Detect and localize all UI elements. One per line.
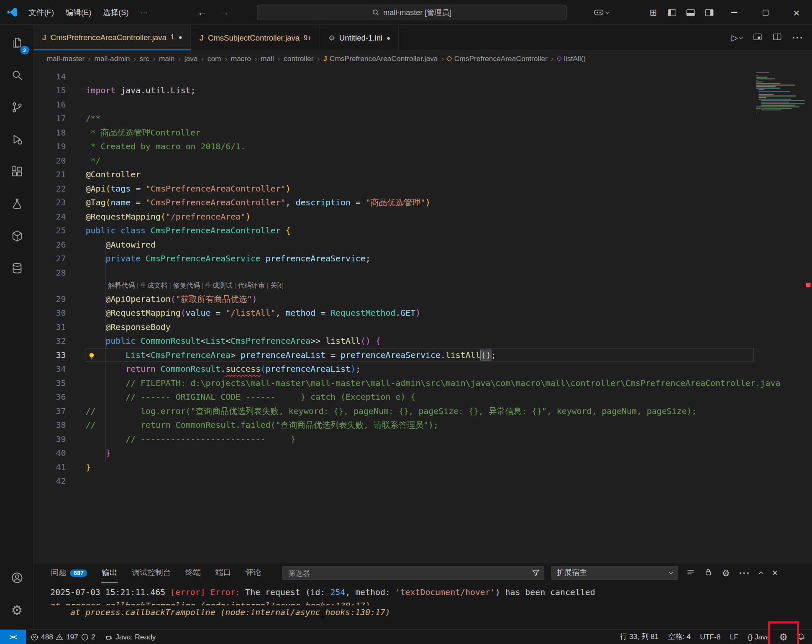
notifications-bell[interactable] xyxy=(792,630,812,644)
tab-ports[interactable]: 端口 xyxy=(215,564,232,582)
code-line[interactable]: 39 // ------------------------- } xyxy=(34,432,812,446)
menu-selection[interactable]: 选择(S) xyxy=(97,0,134,25)
codelens-link[interactable]: 生成文档 xyxy=(141,281,167,289)
code-line[interactable]: 16 xyxy=(34,97,812,111)
customize-layout-icon[interactable]: ⊞ xyxy=(644,0,663,25)
code-line[interactable]: 22@Api(tags = "CmsPrefrenceAreaControlle… xyxy=(34,181,812,195)
code-line[interactable]: 38// return CommonResult.failed("查询商品优选列… xyxy=(34,418,812,432)
account-icon[interactable] xyxy=(0,562,34,594)
dirty-indicator[interactable]: ● xyxy=(387,34,390,41)
code-line[interactable]: 23@Tag(name = "CmsPrefrenceAreaControlle… xyxy=(34,196,812,210)
run-button[interactable]: ▷ xyxy=(731,33,742,43)
java-projects-icon[interactable] xyxy=(0,220,34,252)
java-status[interactable]: Java: Ready xyxy=(100,630,161,644)
tab-output[interactable]: 输出 xyxy=(101,564,118,583)
menu-file[interactable]: 文件(F) xyxy=(23,0,60,25)
code-line[interactable]: 26 @Autowired xyxy=(34,238,812,251)
output-channel-dropdown[interactable]: 扩展宿主 xyxy=(551,566,678,580)
output-filter[interactable] xyxy=(282,566,544,580)
split-editor-icon[interactable] xyxy=(773,33,782,43)
toggle-sidebar-icon[interactable] xyxy=(663,0,681,25)
tab-comments[interactable]: 评论 xyxy=(245,564,262,582)
tab-problems[interactable]: 问题 687 xyxy=(50,564,88,582)
encoding[interactable]: UTF-8 xyxy=(695,630,725,644)
code-line[interactable]: 28 xyxy=(34,266,812,279)
code-line[interactable]: 21@Controller xyxy=(34,168,812,181)
code-line[interactable]: 36 // ------ ORIGINAL CODE ------ } catc… xyxy=(34,390,812,404)
toggle-secondary-sidebar-icon[interactable] xyxy=(700,0,719,25)
code-line[interactable]: 18 * 商品优选管理Controller xyxy=(34,125,812,139)
explorer-icon[interactable]: 2 xyxy=(0,27,34,59)
tab-untitled-ini[interactable]: ⚙ Untitled-1.ini ● xyxy=(320,25,399,51)
back-arrow-icon[interactable]: ← xyxy=(191,7,213,18)
codelens-link[interactable]: 生成测试 xyxy=(205,281,232,289)
toggle-panel-icon[interactable] xyxy=(681,0,700,25)
tab-terminal[interactable]: 终端 xyxy=(185,564,202,582)
container-icon[interactable] xyxy=(0,252,34,284)
code-line[interactable]: 27 private CmsPrefrenceAreaService prefr… xyxy=(34,252,812,266)
minimap[interactable] xyxy=(756,71,804,116)
code-line[interactable]: 31 @ResponseBody xyxy=(34,320,812,334)
problems-status[interactable]: 488 197 2 xyxy=(26,630,100,644)
codelens-link[interactable]: 修复代码 xyxy=(173,281,200,289)
code-line[interactable]: 17/** xyxy=(34,112,812,125)
breadcrumb-item[interactable]: mall-admin xyxy=(94,54,130,63)
search-sidebar-icon[interactable] xyxy=(0,59,34,91)
cursor-position[interactable]: 行 33, 列 81 xyxy=(615,630,663,644)
code-line[interactable]: 29 @ApiOperation("获取所有商品优选") xyxy=(34,292,812,306)
code-line[interactable]: 34 return CommonResult.success(prefrence… xyxy=(34,362,812,376)
breadcrumb-item[interactable]: listAll() xyxy=(557,54,586,63)
panel-more-actions-icon[interactable]: ··· xyxy=(739,568,751,578)
output-settings-gear-icon[interactable]: ⚙ xyxy=(722,568,730,578)
testing-icon[interactable] xyxy=(0,188,34,220)
close-panel-icon[interactable]: × xyxy=(772,567,778,578)
codelens-link[interactable]: 关闭 xyxy=(270,281,284,289)
clear-output-icon[interactable] xyxy=(686,568,695,578)
indentation[interactable]: 空格: 4 xyxy=(663,630,695,644)
codelens-link[interactable]: 解释代码 xyxy=(108,281,135,289)
code-line[interactable]: 42 xyxy=(34,474,812,488)
breadcrumb-item[interactable]: main xyxy=(159,54,175,63)
code-line[interactable]: 40 } xyxy=(34,446,812,460)
maximize-button[interactable] xyxy=(750,0,781,25)
source-control-icon[interactable] xyxy=(0,91,34,123)
code-editor[interactable]: 1415import java.util.List;1617/**18 * 商品… xyxy=(34,66,812,563)
menu-edit[interactable]: 编辑(E) xyxy=(60,0,97,25)
menu-overflow[interactable]: ··· xyxy=(134,0,154,25)
lock-icon[interactable] xyxy=(704,568,712,578)
breadcrumb-item[interactable]: src xyxy=(140,54,149,63)
code-line[interactable]: 37// log.error("查询商品优选列表失败, keyword: {},… xyxy=(34,404,812,418)
breadcrumb-item[interactable]: mall-master xyxy=(47,54,85,63)
breadcrumb-item[interactable]: java xyxy=(184,54,198,63)
code-line[interactable]: 14 xyxy=(34,69,812,83)
copilot-icon[interactable] xyxy=(592,0,611,25)
tab-cmsprefrenceareacontroller[interactable]: J CmsPrefrenceAreaController.java 1 ● xyxy=(34,25,191,51)
eol-sequence[interactable]: LF xyxy=(725,630,743,644)
code-line[interactable]: 25public class CmsPrefrenceAreaControlle… xyxy=(34,224,812,238)
codelens-link[interactable]: 代码评审 xyxy=(238,281,265,289)
breadcrumb-item[interactable]: mall xyxy=(261,54,274,63)
settings-gear-icon[interactable]: ⚙ xyxy=(0,594,34,626)
code-line[interactable]: 33 List<CmsPrefrenceArea> prefrenceAreaL… xyxy=(34,348,812,362)
language-mode[interactable]: {} Java xyxy=(743,630,774,644)
breadcrumb-item[interactable]: JCmsPrefrenceAreaController.java xyxy=(323,54,438,63)
breadcrumb-item[interactable]: CmsPrefrenceAreaController xyxy=(448,54,548,63)
minimize-button[interactable] xyxy=(719,0,750,25)
code-line[interactable]: 15import java.util.List; xyxy=(34,84,812,97)
code-line[interactable]: 32 public CommonResult<List<CmsPrefrence… xyxy=(34,334,812,348)
extensions-icon[interactable] xyxy=(0,156,34,188)
command-center-search[interactable]: mall-master [管理员] xyxy=(257,5,566,20)
open-preview-icon[interactable] xyxy=(753,33,762,43)
run-debug-icon[interactable] xyxy=(0,123,34,156)
dirty-indicator[interactable]: ● xyxy=(179,33,182,41)
breadcrumb-item[interactable]: com xyxy=(207,54,221,63)
breadcrumb-item[interactable]: macro xyxy=(231,54,251,63)
code-line[interactable]: 24@RequestMapping("/prefrenceArea") xyxy=(34,210,812,223)
more-actions-icon[interactable]: ··· xyxy=(792,33,804,42)
remote-indicator[interactable]: >< xyxy=(0,630,26,644)
code-line[interactable]: 35 // FILEPATH: d:\projects\mall-master\… xyxy=(34,376,812,390)
close-button[interactable]: × xyxy=(781,0,812,25)
tab-debug-console[interactable]: 调试控制台 xyxy=(131,564,172,582)
tab-cmssubjectcontroller[interactable]: J CmsSubjectController.java 9+ xyxy=(191,25,320,51)
code-line[interactable]: 41} xyxy=(34,460,812,474)
